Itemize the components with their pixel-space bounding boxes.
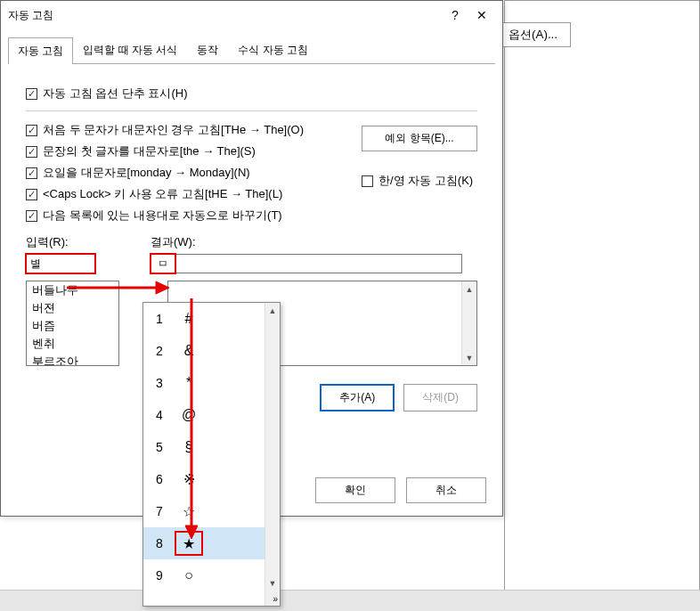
ime-num: 1 xyxy=(143,312,175,326)
ime-candidate[interactable]: 5§ xyxy=(143,431,280,463)
checkbox-two-caps[interactable] xyxy=(26,125,37,136)
checkbox-two-caps-label: 처음 두 문자가 대문자인 경우 고침[THe → The](O) xyxy=(43,122,304,138)
ime-candidate[interactable]: 2& xyxy=(143,335,280,367)
ime-symbol: * xyxy=(175,375,202,391)
ime-candidate[interactable]: 3* xyxy=(143,367,280,399)
help-button[interactable]: ? xyxy=(442,4,468,27)
ime-symbol: ○ xyxy=(175,567,202,583)
ime-num: 7 xyxy=(143,504,175,518)
ime-symbol: ※ xyxy=(175,471,202,488)
list-item[interactable]: 부르조아 xyxy=(27,353,118,366)
checkbox-day-cap[interactable] xyxy=(26,167,37,179)
checkbox-sentence-cap-label: 문장의 첫 글자를 대문자로[the → The](S) xyxy=(43,143,256,159)
ime-symbol: # xyxy=(175,311,202,327)
scroll-down-icon[interactable]: ▼ xyxy=(462,350,476,365)
ime-candidate[interactable]: 1# xyxy=(143,303,280,335)
ime-symbol-star-icon: ★ xyxy=(175,532,202,555)
ime-num: 5 xyxy=(143,440,175,454)
expand-icon[interactable]: » xyxy=(273,594,278,604)
ime-num: 9 xyxy=(143,568,175,582)
ok-button[interactable]: 확인 xyxy=(315,477,395,503)
result-label: 결과(W): xyxy=(151,234,462,250)
checkbox-han-eng[interactable] xyxy=(362,175,373,187)
ime-candidate[interactable]: 6※ xyxy=(143,463,280,495)
with-input[interactable] xyxy=(151,254,462,273)
scroll-down-icon[interactable]: ▼ xyxy=(265,575,280,591)
ime-symbol: & xyxy=(175,343,202,359)
checkbox-sentence-cap[interactable] xyxy=(26,146,37,158)
replace-listbox[interactable]: 버들나무 버젼 버즘 벤취 부르조아 xyxy=(26,281,119,366)
checkbox-show-button-label: 자동 고침 옵션 단추 표시(H) xyxy=(43,86,188,102)
close-button[interactable]: ✕ xyxy=(468,4,495,27)
replace-input[interactable]: 별 xyxy=(26,254,95,273)
checkbox-day-cap-label: 요일을 대문자로[monday → Monday](N) xyxy=(43,165,250,181)
ime-num: 3 xyxy=(143,376,175,390)
tab-math[interactable]: 수식 자동 고침 xyxy=(228,37,318,63)
bg-options-button[interactable]: 옵션(A)... xyxy=(495,22,571,47)
exceptions-button[interactable]: 예외 항목(E)... xyxy=(362,126,477,151)
tab-actions[interactable]: 동작 xyxy=(187,37,228,63)
list-item[interactable]: 버들나무 xyxy=(27,281,118,299)
list-item[interactable]: 벤취 xyxy=(27,335,118,353)
ime-num: 6 xyxy=(143,472,175,486)
ime-num: 4 xyxy=(143,408,175,422)
ime-num: 8 xyxy=(143,536,175,550)
checkbox-capslock-label: <Caps Lock> 키 사용 오류 고침[tHE → The](L) xyxy=(43,186,282,202)
ime-candidate[interactable]: 4@ xyxy=(143,399,280,431)
checkbox-replace-list-label: 다음 목록에 있는 내용대로 자동으로 바꾸기(T) xyxy=(43,208,282,224)
list-item[interactable]: 버즘 xyxy=(27,317,118,335)
checkbox-replace-list[interactable] xyxy=(26,210,37,222)
with-input-char: ㅁ xyxy=(151,254,175,273)
checkbox-show-button[interactable] xyxy=(26,88,37,100)
list-item[interactable]: 버젼 xyxy=(27,299,118,317)
checkbox-capslock[interactable] xyxy=(26,189,37,200)
ime-candidate[interactable]: 8★ xyxy=(143,527,280,559)
ime-candidate[interactable]: 9○ xyxy=(143,559,280,591)
tab-autocorrect[interactable]: 자동 고침 xyxy=(8,37,73,64)
scrollbar[interactable]: ▲ ▼ xyxy=(461,281,476,365)
add-button[interactable]: 추가(A) xyxy=(320,384,395,411)
ime-num: 2 xyxy=(143,344,175,358)
cancel-button[interactable]: 취소 xyxy=(406,477,486,503)
ime-symbol: ☆ xyxy=(175,503,202,520)
input-label: 입력(R): xyxy=(26,234,95,250)
titlebar: 자동 고침 ? ✕ xyxy=(1,1,502,29)
tab-autoformat[interactable]: 입력할 때 자동 서식 xyxy=(73,37,187,63)
ime-symbol: @ xyxy=(175,407,202,423)
ime-symbol: § xyxy=(175,439,202,455)
checkbox-han-eng-label: 한/영 자동 고침(K) xyxy=(378,173,473,189)
ime-candidate[interactable]: 7☆ xyxy=(143,495,280,527)
delete-button[interactable]: 삭제(D) xyxy=(403,384,477,411)
ime-scrollbar[interactable]: ▲ ▼ xyxy=(265,303,280,606)
scroll-up-icon[interactable]: ▲ xyxy=(265,303,280,318)
scroll-up-icon[interactable]: ▲ xyxy=(462,281,476,297)
tabstrip: 자동 고침 입력할 때 자동 서식 동작 수식 자동 고침 xyxy=(8,37,495,64)
dialog-title: 자동 고침 xyxy=(8,8,442,23)
ime-candidate-popup: 1# 2& 3* 4@ 5§ 6※ 7☆ 8★ 9○ ▲ ▼ » xyxy=(142,302,281,607)
